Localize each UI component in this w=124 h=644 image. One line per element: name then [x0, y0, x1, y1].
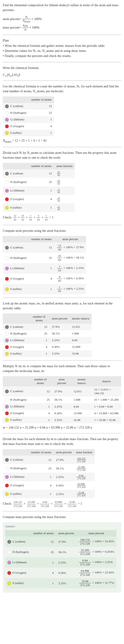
element-dot-icon: [5, 405, 9, 408]
element-dot-icon: [5, 345, 9, 349]
mass-fraction-table: number of atoms atom percent mass fracti…: [3, 449, 95, 498]
table-row: Li (lithium)12.33%6.94: [3, 337, 92, 344]
atom-percent-table: number of atoms atom percent C (carbon)1…: [3, 236, 86, 294]
element-dot-icon: [5, 246, 9, 250]
compute-mass-pct-text: Compute mass percents using the mass fra…: [3, 514, 121, 520]
table-row: O (oxygen)49.30%63.996272.328: [3, 481, 95, 490]
element-dot-icon: [5, 124, 9, 128]
element-dot-icon: [5, 398, 9, 402]
fraction-icon: Ni Natoms: [22, 15, 31, 23]
element-dot-icon: [5, 172, 9, 176]
plan-item: • Write the chemical formula and gather …: [3, 43, 121, 48]
element-dot-icon: [5, 131, 9, 135]
table-row: S (sulfur)1143 × 100% = 2.33%: [3, 284, 86, 294]
table-row: Li (lithium)1: [3, 116, 54, 123]
table-row: O (oxygen)4443 × 100% = 9.30%: [3, 274, 86, 284]
divider: [3, 80, 121, 81]
plan-item: • Finally, compute the percents and chec…: [3, 54, 121, 58]
element-dot-icon: [5, 484, 9, 488]
m-equation: m = 144.132 u + 25.200 u + 6.94 u + 63.9…: [3, 425, 121, 430]
table-row: H (hydrogen)252543 × 100% = 58.1%: [3, 253, 86, 263]
element-dot-icon: [5, 256, 9, 260]
compute-atom-pct-text: Compute atom percents using the atom fra…: [3, 228, 121, 233]
element-dot-icon: [5, 352, 9, 356]
natoms-equation: Natoms = 12 + 25 + 1 + 4 + 1 = 43: [3, 138, 121, 144]
atom-fraction-table: number of atoms atom fraction C (carbon)…: [3, 163, 75, 212]
element-dot-icon: [5, 198, 9, 201]
element-dot-icon: [5, 390, 9, 393]
table-row: H (hydrogen)2558.1%25.200272.328 × 100% …: [5, 547, 116, 557]
table-row: H (hydrogen)2558.1%1.00825 × 1.008 = 25.…: [3, 396, 121, 403]
intro-text: Find the elemental composition for lithi…: [3, 3, 121, 12]
plan-item: • Determine values for Nᵢ, mᵢ, N_atoms a…: [3, 48, 121, 54]
table-row: O (oxygen)49.30%63.996272.328 × 100% = 2…: [5, 568, 116, 578]
lookup-mass-text: Look up the atomic mass, mᵢ, in unified …: [3, 301, 121, 311]
answer-label: Answer:: [5, 524, 119, 528]
table-row: H (hydrogen)2558.1%25.200272.328: [3, 464, 95, 472]
answer-box: Answer: number of atoms atom percent mas…: [3, 522, 121, 592]
check2: Check: 144.132272.328 + 25.200272.328 + …: [3, 500, 121, 508]
write-formula-text: Write the chemical formula:: [3, 66, 121, 70]
element-dot-icon: [7, 550, 11, 554]
table-row: C (carbon)1227.9%12.01112 × 12.011 = 144…: [3, 386, 121, 396]
element-dot-icon: [5, 118, 9, 122]
element-dot-icon: [7, 561, 11, 564]
multiply-text: Multiply Nᵢ by mᵢ to compute the mass fo…: [3, 364, 121, 374]
check1: Check: 1243 + 2543 + 143 + 443 + 143 = 1: [3, 214, 121, 222]
element-dot-icon: [5, 338, 9, 342]
element-dot-icon: [5, 325, 9, 329]
mass-table: number of atoms atom percent atomic mass…: [3, 376, 121, 423]
plan-section: Plan: • Write the chemical formula and g…: [3, 38, 121, 59]
plan-label: Plan:: [3, 38, 121, 43]
divide-mass-text: Divide the mass for each element by m to…: [3, 437, 121, 446]
table-row: C (carbon)1227.9%12.011: [3, 324, 92, 330]
table-row: Li (lithium)12.33%6.941 × 6.94 = 6.94: [3, 403, 121, 410]
col-element: [3, 96, 29, 103]
table-row: C (carbon)121243: [3, 169, 75, 178]
table-row: S (sulfur)12.33%32.06272.328: [3, 490, 95, 498]
divide-text: Divide each Nᵢ by N_atoms to calculate a…: [3, 150, 121, 160]
element-dot-icon: [7, 571, 11, 575]
table-row: H (hydrogen)252543: [3, 178, 75, 186]
element-dot-icon: [5, 267, 9, 270]
element-dot-icon: [5, 288, 9, 291]
element-dot-icon: [5, 418, 9, 422]
table-row: S (sulfur)12.33%32.06272.328 × 100% = 11…: [5, 578, 116, 588]
atoms-table: number of atoms C (carbon)12 H (hydrogen…: [3, 96, 54, 136]
table-row: S (sulfur)12.33%32.061 × 32.06 = 32.06: [3, 416, 121, 423]
atom-percent-formula: atom percent = Ni Natoms × 100%: [3, 15, 121, 23]
atom-percent-label: atom percent: [3, 17, 20, 21]
table-row: H (hydrogen)2558.1%1.008: [3, 330, 92, 337]
element-dot-icon: [5, 475, 9, 479]
element-dot-icon: [5, 332, 9, 336]
table-row: C (carbon)1227.9%144.132272.328 × 100% =…: [5, 536, 116, 547]
table-row: C (carbon)12: [3, 103, 54, 110]
table-row: Li (lithium)12.33%6.94272.328: [3, 472, 95, 481]
table-row: O (oxygen)4443: [3, 195, 75, 204]
table-row: O (oxygen)4: [3, 123, 54, 130]
answer-table: number of atoms atom percent mass percen…: [5, 530, 116, 588]
table-row: C (carbon)1227.9%144.132272.328: [3, 456, 95, 464]
element-dot-icon: [5, 189, 9, 192]
element-dot-icon: [5, 277, 9, 281]
element-dot-icon: [5, 412, 9, 415]
element-dot-icon: [5, 206, 9, 210]
col-number-atoms: number of atoms: [29, 96, 54, 103]
element-dot-icon: [5, 111, 9, 115]
count-atoms-text: Use the chemical formula to count the nu…: [3, 84, 121, 94]
fraction-icon: Nimi m: [22, 24, 29, 31]
table-row: Li (lithium)1143 × 100% = 2.33%: [3, 263, 86, 274]
table-row: S (sulfur)1143: [3, 204, 75, 212]
table-row: Li (lithium)12.33%6.94272.328 × 100% = 2…: [5, 557, 116, 568]
element-dot-icon: [5, 180, 9, 184]
atomic-mass-table: number of atoms atom percent atomic mass…: [3, 314, 92, 357]
divider: [3, 62, 121, 62]
divider: [3, 298, 121, 298]
table-row: O (oxygen)49.30%15.999: [3, 344, 92, 350]
table-row: C (carbon)121243 × 100% = 27.9%: [3, 242, 86, 253]
mass-percent-formula: mass percent = Nimi m × 100%: [3, 24, 121, 31]
divider: [3, 34, 121, 35]
table-row: S (sulfur)1: [3, 130, 54, 136]
element-dot-icon: [5, 492, 9, 496]
chemical-formula: C12H25LiO4S: [3, 73, 121, 77]
